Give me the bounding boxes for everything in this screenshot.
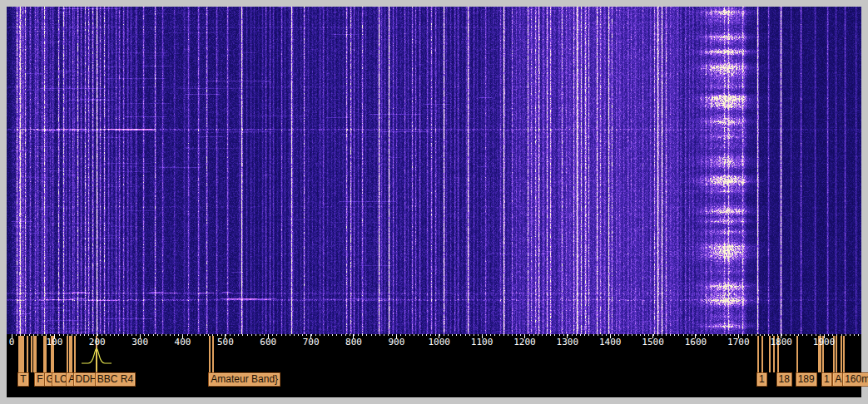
axis-tick-label: 800 (345, 337, 362, 347)
axis-tick-label: 1100 (471, 337, 494, 347)
axis-tick-label: 900 (388, 337, 404, 347)
station-label[interactable]: BBC R4 (95, 372, 136, 387)
station-label[interactable]: Amateur Band} (208, 372, 280, 387)
axis-tick-label: 1200 (513, 337, 536, 347)
station-marker-line (35, 336, 37, 372)
tuning-cursor-icon[interactable] (80, 346, 113, 374)
waterfall-display[interactable] (7, 7, 861, 334)
station-label[interactable]: 160m (842, 372, 868, 387)
band-marker-line (841, 336, 842, 372)
station-marker-line (209, 336, 211, 372)
axis-tick-label: 600 (260, 337, 276, 347)
band-marker-line (71, 336, 72, 372)
station-marker-line (74, 336, 76, 372)
station-label[interactable]: 1 (756, 372, 767, 387)
spectrum-panel: 0100200300400500600700800900100011001200… (7, 7, 861, 397)
band-marker-line (27, 336, 28, 372)
axis-tick-label: 1400 (599, 337, 622, 347)
station-marker-line (796, 336, 798, 372)
axis-tick-label: 100 (46, 337, 62, 347)
station-marker-line (843, 336, 845, 372)
station-marker-line (67, 336, 68, 372)
band-marker-line (836, 336, 837, 372)
station-label[interactable]: 18 (776, 372, 792, 387)
axis-tick-label: 1700 (727, 337, 750, 347)
axis-tick-label: 1500 (642, 337, 664, 347)
station-label[interactable]: 189 (796, 372, 817, 387)
axis-tick-label: 1000 (428, 337, 450, 347)
axis-tick-label: 300 (131, 337, 148, 347)
axis-tick-label: 500 (217, 337, 234, 347)
axis-tick-label: 700 (303, 337, 320, 347)
station-marker-line (18, 336, 20, 372)
axis-tick-label: 0 (9, 337, 15, 347)
axis-tick-label: 1900 (813, 337, 836, 347)
axis-tick-label: 1300 (557, 337, 579, 347)
band-marker-line (212, 336, 214, 372)
band-marker-line (761, 336, 763, 372)
axis-tick-label: 1600 (685, 337, 707, 347)
station-label[interactable]: T (17, 372, 28, 387)
station-label[interactable]: 1 (821, 372, 832, 387)
axis-tick-label: 400 (175, 337, 191, 347)
frequency-scale[interactable]: 0100200300400500600700800900100011001200… (7, 334, 861, 397)
sdr-spectrum-window: 0100200300400500600700800900100011001200… (0, 0, 868, 404)
station-marker-line (757, 336, 759, 372)
band-marker-line (22, 336, 24, 372)
axis-tick-label: 1800 (770, 337, 792, 347)
